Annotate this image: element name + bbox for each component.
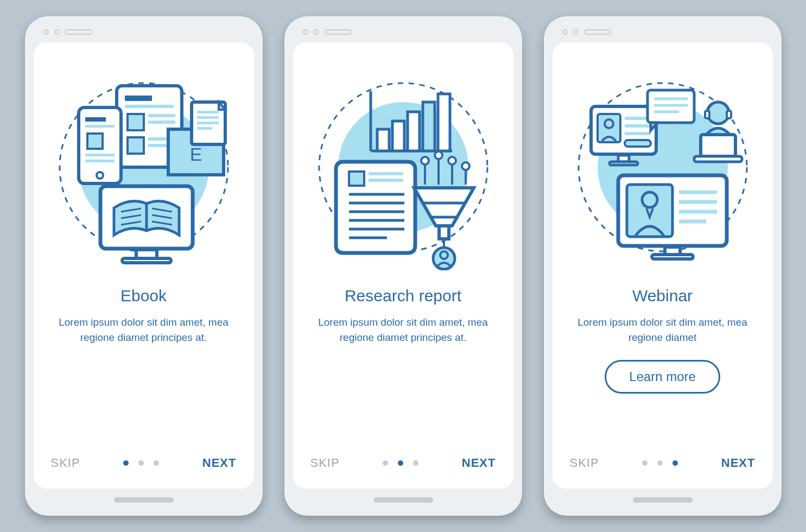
onboarding-description: Lorem ipsum dolor sit dim amet, mea regi… <box>316 315 490 345</box>
page-indicator <box>123 460 159 466</box>
svg-rect-8 <box>128 137 144 154</box>
onboarding-title: Webinar <box>632 287 693 305</box>
svg-rect-39 <box>392 121 404 151</box>
onboarding-screen-1: E Ebook Lorem ipsu <box>34 42 254 489</box>
skip-button[interactable]: SKIP <box>570 456 599 470</box>
home-bar-icon <box>373 497 433 503</box>
svg-rect-21 <box>197 116 219 119</box>
speaker-icon <box>325 29 352 35</box>
onboarding-title: Ebook <box>120 287 167 305</box>
svg-rect-42 <box>438 94 450 151</box>
svg-rect-41 <box>423 102 435 151</box>
onboarding-screen-3: Webinar Lorem ipsum dolor sit dim amet, … <box>553 42 773 489</box>
onboarding-description: Lorem ipsum dolor sit dim amet, mea regi… <box>576 315 750 345</box>
camera-dot-icon <box>573 29 579 35</box>
page-indicator <box>642 460 678 466</box>
next-button[interactable]: NEXT <box>202 456 237 470</box>
svg-rect-68 <box>610 162 638 165</box>
svg-rect-6 <box>148 114 175 117</box>
onboarding-screen-2: Research report Lorem ipsum dolor sit di… <box>293 42 513 489</box>
svg-rect-7 <box>148 121 175 124</box>
svg-rect-81 <box>727 111 731 118</box>
svg-text:E: E <box>189 144 202 164</box>
svg-rect-15 <box>85 154 115 156</box>
onboarding-nav: SKIP NEXT <box>308 456 498 476</box>
onboarding-title: Research report <box>345 287 461 305</box>
research-report-illustration <box>311 64 496 270</box>
svg-rect-12 <box>85 117 106 122</box>
svg-rect-16 <box>85 160 115 162</box>
camera-dot-icon <box>54 29 60 35</box>
svg-point-52 <box>421 157 429 164</box>
phone-notch <box>34 26 254 42</box>
dot-3[interactable] <box>154 460 159 466</box>
dot-3[interactable] <box>413 460 418 466</box>
onboarding-description: Lorem ipsum dolor sit dim amet, mea regi… <box>57 315 231 345</box>
phone-mockup-1: E Ebook Lorem ipsu <box>25 16 263 516</box>
svg-rect-83 <box>694 156 742 162</box>
svg-rect-4 <box>125 105 174 108</box>
svg-rect-86 <box>652 255 693 259</box>
camera-dot-icon <box>303 29 308 35</box>
learn-more-button[interactable]: Learn more <box>605 360 720 394</box>
svg-rect-5 <box>128 114 144 130</box>
svg-rect-43 <box>349 172 364 186</box>
svg-point-54 <box>435 151 442 159</box>
skip-button[interactable]: SKIP <box>51 456 80 470</box>
svg-rect-80 <box>705 111 709 118</box>
svg-rect-13 <box>85 125 115 128</box>
speaker-icon <box>65 29 92 35</box>
next-button[interactable]: NEXT <box>721 456 756 470</box>
next-button[interactable]: NEXT <box>462 456 496 470</box>
ebook-illustration: E <box>52 64 236 270</box>
svg-rect-14 <box>87 134 103 149</box>
svg-rect-82 <box>701 135 735 156</box>
onboarding-nav: SKIP NEXT <box>568 456 758 476</box>
svg-rect-3 <box>125 96 152 101</box>
dot-3[interactable] <box>672 460 678 466</box>
camera-dot-icon <box>562 29 568 35</box>
phone-notch <box>553 26 773 42</box>
svg-point-56 <box>448 157 456 164</box>
speaker-icon <box>584 29 611 35</box>
onboarding-nav: SKIP NEXT <box>49 456 239 476</box>
skip-button[interactable]: SKIP <box>310 456 340 470</box>
phone-mockup-3: Webinar Lorem ipsum dolor sit dim amet, … <box>544 16 782 516</box>
home-bar-icon <box>114 497 174 503</box>
svg-rect-60 <box>439 226 449 239</box>
camera-dot-icon <box>43 29 49 35</box>
dot-1[interactable] <box>383 460 388 466</box>
home-bar-icon <box>633 497 693 503</box>
webinar-illustration <box>570 64 755 270</box>
svg-rect-22 <box>197 122 219 124</box>
dot-1[interactable] <box>123 460 129 466</box>
svg-rect-74 <box>625 140 651 147</box>
svg-rect-20 <box>197 111 219 113</box>
page-indicator <box>383 460 418 466</box>
phone-notch <box>293 26 513 42</box>
svg-rect-38 <box>377 129 389 151</box>
svg-point-58 <box>462 162 469 170</box>
camera-dot-icon <box>314 29 319 35</box>
dot-2[interactable] <box>138 460 144 466</box>
dot-1[interactable] <box>642 460 648 466</box>
svg-rect-40 <box>408 112 420 151</box>
svg-rect-26 <box>122 258 171 263</box>
svg-rect-23 <box>197 127 212 130</box>
dot-2[interactable] <box>398 460 403 466</box>
phone-mockup-2: Research report Lorem ipsum dolor sit di… <box>284 16 522 516</box>
dot-2[interactable] <box>657 460 663 466</box>
